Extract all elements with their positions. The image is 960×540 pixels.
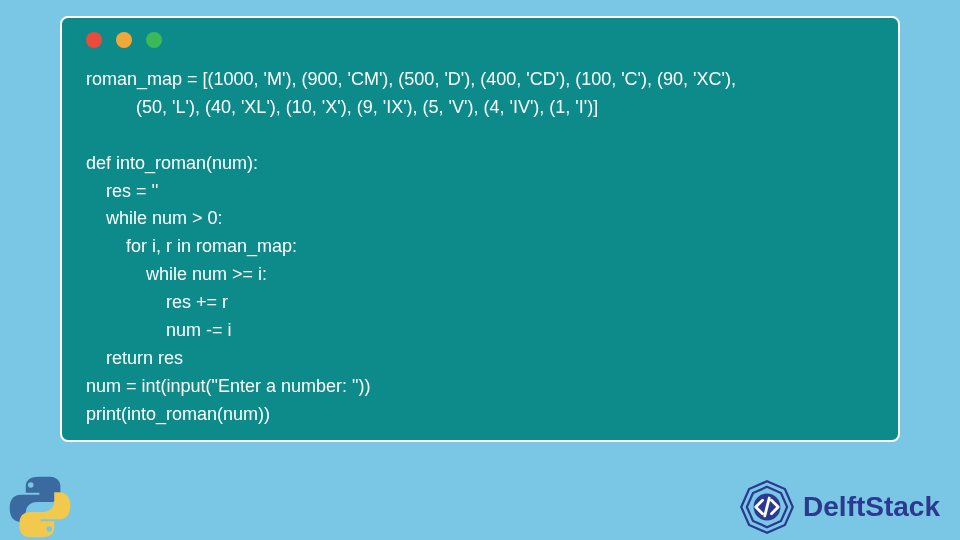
traffic-light-zoom-icon (146, 32, 162, 48)
code-line: while num >= i: (86, 264, 267, 284)
brand-badge-icon (739, 479, 795, 535)
code-line: return res (86, 348, 183, 368)
python-logo-icon (6, 473, 74, 540)
code-block: roman_map = [(1000, 'M'), (900, 'CM'), (… (86, 66, 874, 429)
window-controls (86, 32, 874, 48)
code-line: num -= i (86, 320, 232, 340)
code-line: res = '' (86, 181, 158, 201)
code-line: def into_roman(num): (86, 153, 258, 173)
code-window: roman_map = [(1000, 'M'), (900, 'CM'), (… (60, 16, 900, 442)
code-line: print(into_roman(num)) (86, 404, 270, 424)
traffic-light-close-icon (86, 32, 102, 48)
code-line: for i, r in roman_map: (86, 236, 297, 256)
brand-name: DelftStack (803, 491, 940, 523)
footer: DelftStack (0, 474, 960, 540)
brand: DelftStack (739, 479, 940, 535)
code-line: res += r (86, 292, 228, 312)
code-line: while num > 0: (86, 208, 223, 228)
code-line: (50, 'L'), (40, 'XL'), (10, 'X'), (9, 'I… (86, 97, 598, 117)
code-line: num = int(input("Enter a number: ")) (86, 376, 370, 396)
traffic-light-minimize-icon (116, 32, 132, 48)
code-line: roman_map = [(1000, 'M'), (900, 'CM'), (… (86, 69, 736, 89)
